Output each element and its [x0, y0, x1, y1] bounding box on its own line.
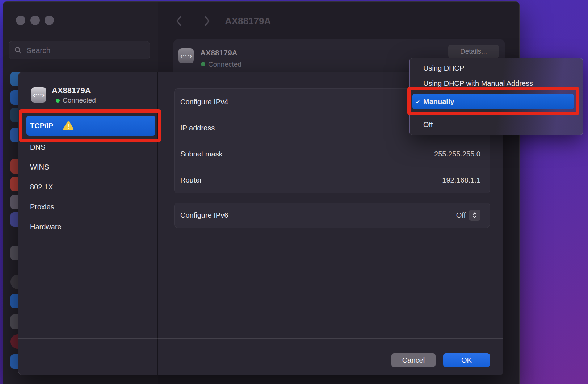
sidebar-item-dns[interactable]: DNS — [30, 142, 45, 153]
row-label: Configure IPv6 — [180, 211, 456, 220]
configure-ipv6-row: Configure IPv6 Off — [175, 203, 490, 228]
menu-item-label: Off — [423, 121, 433, 129]
connected-status-dot — [201, 62, 205, 66]
up-down-chevrons-icon — [472, 212, 478, 219]
device-status: Connected — [208, 60, 242, 68]
sidebar-item-hardware[interactable]: Hardware — [30, 221, 62, 232]
page-title: AX88179A — [225, 16, 271, 27]
ipv6-popup-button[interactable] — [469, 210, 480, 221]
ethernet-adapter-icon: ‹···› — [31, 87, 46, 103]
sidebar-item-8021x[interactable]: 802.1X — [30, 181, 53, 192]
connected-status-dot — [56, 99, 60, 103]
details-button[interactable]: Details... — [448, 45, 499, 58]
menu-item-using-dhcp[interactable]: Using DHCP — [412, 60, 574, 76]
desktop: AX88179A ‹···› AX88179A Connected Detail… — [0, 0, 588, 384]
row-value: 255.255.255.0 — [434, 150, 480, 158]
ipv6-settings-group: Configure IPv6 Off — [174, 203, 490, 228]
menu-item-off[interactable]: Off — [412, 117, 574, 132]
ethernet-adapter-icon: ‹···› — [178, 48, 194, 63]
menu-item-label: Using DHCP with Manual Address — [423, 79, 533, 88]
search-input[interactable] — [26, 46, 144, 55]
minimize-button[interactable] — [30, 16, 40, 25]
row-label: Subnet mask — [180, 150, 434, 158]
ipv6-selected-value: Off — [456, 211, 466, 220]
footer-divider — [18, 338, 503, 339]
back-button[interactable] — [173, 15, 185, 27]
sidebar-item-wins[interactable]: WINS — [30, 162, 49, 172]
annotation-rect-tcpip — [19, 109, 161, 142]
row-label: Router — [180, 176, 442, 184]
device-status: Connected — [63, 96, 96, 104]
device-name: AX88179A — [200, 49, 238, 57]
router-row[interactable]: Router 192.168.1.1 — [175, 167, 490, 193]
zoom-button[interactable] — [45, 16, 54, 25]
device-name: AX88179A — [52, 86, 91, 95]
annotation-rect-manually — [407, 87, 579, 115]
forward-button[interactable] — [201, 15, 213, 27]
row-value: 192.168.1.1 — [442, 176, 480, 184]
cancel-button[interactable]: Cancel — [391, 353, 436, 367]
ok-button[interactable]: OK — [443, 353, 490, 367]
search-field[interactable] — [9, 41, 150, 59]
subnet-mask-row[interactable]: Subnet mask 255.255.255.0 — [175, 141, 490, 167]
sidebar-item-proxies[interactable]: Proxies — [30, 201, 54, 212]
menu-item-label: Using DHCP — [423, 64, 464, 72]
